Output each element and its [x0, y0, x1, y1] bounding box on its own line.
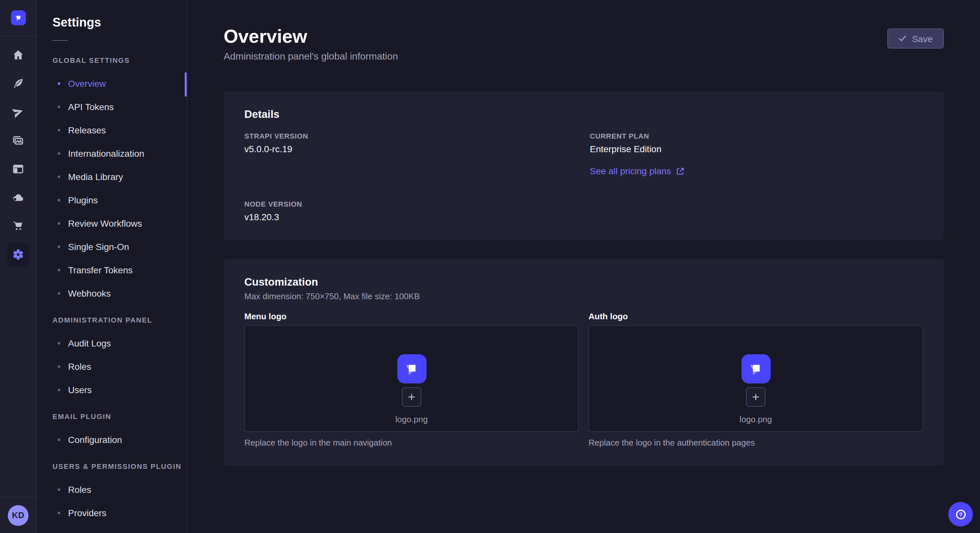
main-nav-rail: KD: [0, 0, 37, 533]
feather-icon[interactable]: [4, 69, 32, 98]
add-menu-logo-button[interactable]: [402, 387, 421, 407]
bullet-dot: [58, 365, 60, 368]
sidebar-item-label: Users: [68, 385, 92, 395]
menu-logo-dropzone[interactable]: logo.png: [244, 325, 579, 432]
settings-subnav: Settings GLOBAL SETTINGS Overview API To…: [37, 0, 187, 533]
sidebar-item-label: Internationalization: [68, 148, 144, 159]
sidebar-item-label: Review Workflows: [68, 218, 142, 228]
main-content: Overview Administration panel’s global i…: [187, 0, 980, 533]
sidebar-item-audit-logs[interactable]: Audit Logs: [37, 332, 187, 355]
sidebar-item-label: Providers: [68, 508, 106, 518]
sidebar-item-label: Audit Logs: [68, 338, 111, 348]
sidebar-item-api-tokens[interactable]: API Tokens: [37, 95, 187, 119]
sidebar-item-label: Releases: [68, 125, 106, 135]
section-heading-users-permissions-plugin: USERS & PERMISSIONS PLUGIN: [37, 455, 187, 478]
bullet-dot: [58, 292, 60, 295]
subnav-title-rule: [52, 40, 68, 41]
sidebar-item-label: Configuration: [68, 435, 122, 445]
sidebar-item-overview[interactable]: Overview: [37, 72, 187, 95]
user-avatar[interactable]: KD: [8, 505, 29, 525]
strapi-logo-icon: [13, 13, 23, 23]
sidebar-item-providers[interactable]: Providers: [37, 501, 187, 525]
subnav-list: GLOBAL SETTINGS Overview API Tokens Rele…: [37, 49, 187, 525]
sidebar-item-review-workflows[interactable]: Review Workflows: [37, 212, 187, 235]
question-mark-icon: ?: [955, 508, 967, 520]
page-heading-block: Overview Administration panel’s global i…: [224, 26, 398, 62]
sidebar-item-media-library[interactable]: Media Library: [37, 165, 187, 189]
menu-logo-label: Menu logo: [244, 311, 579, 321]
bullet-dot: [58, 106, 60, 108]
section-heading-email-plugin: EMAIL PLUGIN: [37, 405, 187, 428]
sidebar-item-configuration[interactable]: Configuration: [37, 428, 187, 451]
plus-icon: [751, 392, 760, 401]
field-label: NODE VERSION: [244, 200, 590, 208]
rail-icon-list: [0, 36, 36, 497]
field-value: v5.0.0-rc.19: [244, 144, 590, 154]
workspace-logo-area: [0, 0, 36, 36]
field-label: STRAPI VERSION: [244, 132, 590, 140]
sidebar-item-users[interactable]: Users: [37, 378, 187, 401]
sidebar-item-webhooks[interactable]: Webhooks: [37, 282, 187, 305]
bullet-dot: [58, 488, 60, 491]
sidebar-item-label: Webhooks: [68, 288, 111, 298]
rail-user-area: KD: [0, 497, 36, 533]
section-heading-global-settings: GLOBAL SETTINGS: [37, 49, 187, 72]
menu-logo-uploader: Menu logo logo.png: [244, 311, 579, 447]
sidebar-item-admin-roles[interactable]: Roles: [37, 355, 187, 378]
bullet-dot: [58, 342, 60, 344]
sidebar-item-single-sign-on[interactable]: Single Sign-On: [37, 235, 187, 259]
subnav-title: Settings: [52, 16, 187, 30]
add-auth-logo-button[interactable]: [746, 387, 765, 407]
section-heading-administration-panel: ADMINISTRATION PANEL: [37, 308, 187, 332]
plus-icon: [407, 392, 416, 401]
details-card-title: Details: [244, 108, 923, 121]
page-title: Overview: [224, 26, 398, 47]
field-label: CURRENT PLAN: [590, 132, 923, 140]
sidebar-item-label: Transfer Tokens: [68, 265, 132, 275]
cloud-icon[interactable]: [4, 183, 32, 212]
media-library-icon[interactable]: [4, 126, 32, 155]
customization-card: Customization Max dimension: 750×750, Ma…: [224, 259, 944, 466]
layout-icon[interactable]: [4, 155, 32, 183]
strapi-logo[interactable]: [11, 10, 25, 25]
menu-logo-filename: logo.png: [395, 414, 428, 424]
home-icon[interactable]: [4, 41, 32, 69]
details-grid: STRAPI VERSION v5.0.0-rc.19 CURRENT PLAN…: [244, 132, 923, 222]
auth-logo-dropzone[interactable]: logo.png: [589, 325, 923, 432]
sidebar-item-releases[interactable]: Releases: [37, 119, 187, 142]
bullet-dot: [58, 176, 60, 178]
logo-uploaders: Menu logo logo.png: [244, 311, 923, 447]
bullet-dot: [58, 246, 60, 248]
customization-card-subtitle: Max dimension: 750×750, Max file size: 1…: [244, 292, 923, 301]
bullet-dot: [58, 199, 60, 201]
page-subtitle: Administration panel’s global informatio…: [224, 51, 398, 62]
details-card: Details STRAPI VERSION v5.0.0-rc.19 CURR…: [224, 91, 944, 240]
save-button-label: Save: [912, 33, 933, 44]
sidebar-item-internationalization[interactable]: Internationalization: [37, 142, 187, 165]
cart-icon[interactable]: [4, 212, 32, 240]
sidebar-item-plugins[interactable]: Plugins: [37, 189, 187, 212]
sidebar-item-label: Plugins: [68, 195, 98, 205]
bullet-dot: [58, 512, 60, 514]
auth-logo-filename: logo.png: [740, 414, 772, 424]
field-value: Enterprise Edition: [590, 144, 923, 154]
gear-icon[interactable]: [6, 243, 30, 266]
bullet-dot: [58, 82, 60, 85]
bullet-dot: [58, 152, 60, 155]
sidebar-item-transfer-tokens[interactable]: Transfer Tokens: [37, 259, 187, 282]
customization-card-title: Customization: [244, 276, 923, 288]
sidebar-item-label: Media Library: [68, 171, 123, 182]
bullet-dot: [58, 222, 60, 225]
sidebar-item-up-roles[interactable]: Roles: [37, 478, 187, 501]
save-button[interactable]: Save: [887, 29, 944, 49]
current-plan-field: CURRENT PLAN Enterprise Edition See all …: [590, 132, 923, 177]
strapi-logo-icon: [746, 359, 765, 378]
auth-logo-label: Auth logo: [589, 311, 923, 321]
svg-text:?: ?: [959, 511, 963, 517]
help-button[interactable]: ?: [948, 502, 973, 527]
see-all-pricing-plans-link[interactable]: See all pricing plans: [590, 166, 685, 176]
paper-plane-icon[interactable]: [4, 98, 32, 126]
strapi-logo-icon: [402, 359, 421, 378]
sidebar-item-label: Roles: [68, 362, 91, 372]
subnav-scrollbar-thumb[interactable]: [185, 73, 187, 97]
